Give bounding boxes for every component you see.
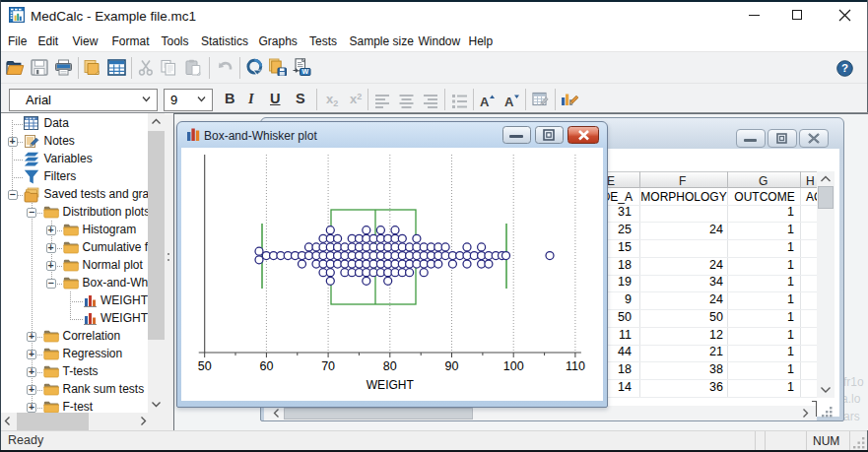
svg-text:?: ? (841, 62, 848, 74)
svg-text:WEIGHT: WEIGHT (367, 378, 415, 392)
svg-text:A: A (480, 95, 490, 108)
svg-text:80: 80 (383, 359, 397, 373)
svg-text:A: A (504, 95, 514, 108)
svg-text:70: 70 (321, 359, 335, 373)
svg-text:60: 60 (259, 359, 273, 373)
svg-text:90: 90 (445, 359, 459, 373)
svg-text:100: 100 (503, 359, 524, 373)
svg-text:W: W (301, 68, 308, 75)
svg-text:50: 50 (198, 359, 212, 373)
svg-text:110: 110 (566, 359, 585, 373)
